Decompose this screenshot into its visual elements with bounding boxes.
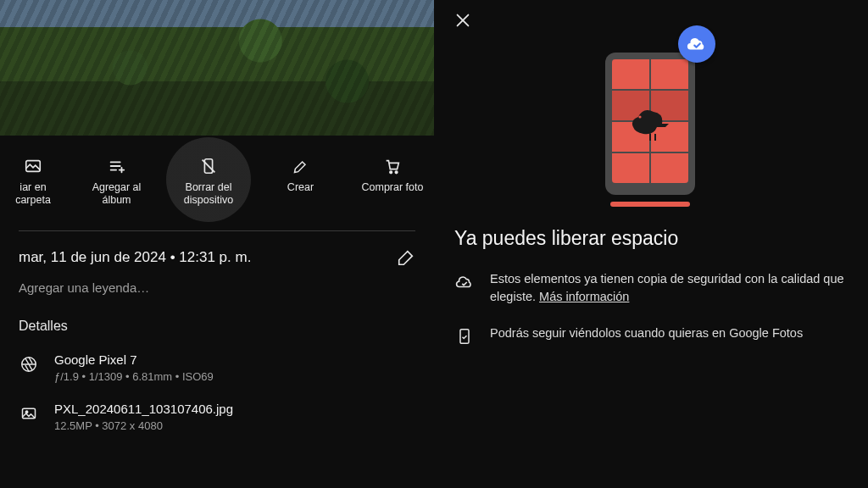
buy-photo-button[interactable]: Comprar foto xyxy=(354,142,431,194)
more-info-link[interactable]: Más información xyxy=(539,290,629,303)
copy-to-folder-button[interactable]: iar en carpeta xyxy=(3,142,63,207)
add-to-album-button[interactable]: Agregar al álbum xyxy=(79,142,155,207)
bird-icon xyxy=(626,102,674,141)
phone-remove-icon xyxy=(198,156,219,176)
action-label: Comprar foto xyxy=(362,181,424,194)
cloud-check-badge xyxy=(678,25,715,63)
action-label: Borrar del dispositivo xyxy=(170,181,247,207)
cart-icon xyxy=(382,156,403,176)
phone-illustration xyxy=(595,37,705,207)
svg-point-2 xyxy=(390,171,392,174)
action-bar: iar en carpeta Agregar al álbum xyxy=(0,136,434,230)
still-viewable-row: Podrás seguir viéndolos cuando quieras e… xyxy=(454,324,846,347)
image-file-icon xyxy=(19,403,39,424)
cloud-done-icon xyxy=(454,272,475,292)
caption-input[interactable]: Agregar una leyenda… xyxy=(19,280,415,295)
phone-check-icon xyxy=(454,326,475,347)
file-detail-row: PXL_20240611_103107406.jpg 12.5MP • 3072… xyxy=(19,402,415,432)
edit-date-button[interactable] xyxy=(397,248,415,267)
brush-icon xyxy=(291,156,311,176)
action-label: Crear xyxy=(287,181,314,194)
delete-from-device-button[interactable]: Borrar del dispositivo xyxy=(170,142,247,207)
details-heading: Detalles xyxy=(19,319,415,334)
file-name: PXL_20240611_103107406.jpg xyxy=(54,402,233,416)
free-space-sheet: Ya puedes liberar espacio Estos elemento… xyxy=(434,0,868,488)
action-label: iar en carpeta xyxy=(3,181,63,207)
aperture-icon xyxy=(19,354,39,374)
svg-point-3 xyxy=(395,171,398,174)
create-button[interactable]: Crear xyxy=(263,142,339,194)
divider xyxy=(19,230,415,231)
still-viewable-text: Podrás seguir viéndolos cuando quieras e… xyxy=(490,324,803,342)
photo-detail-panel: iar en carpeta Agregar al álbum xyxy=(0,0,434,488)
svg-point-7 xyxy=(638,115,641,118)
photo-preview[interactable] xyxy=(0,0,434,136)
photo-date: mar, 11 de jun de 2024 • 12:31 p. m. xyxy=(19,249,251,266)
action-label: Agregar al álbum xyxy=(79,181,155,207)
sheet-title: Ya puedes liberar espacio xyxy=(454,227,846,250)
device-detail-row: Google Pixel 7 ƒ/1.9 • 1/1309 • 6.81mm •… xyxy=(19,352,415,383)
svg-rect-8 xyxy=(460,330,469,344)
device-meta: ƒ/1.9 • 1/1309 • 6.81mm • ISO69 xyxy=(54,370,214,383)
playlist-add-icon xyxy=(107,156,127,176)
image-icon xyxy=(23,156,43,176)
backup-info-row: Estos elementos ya tienen copia de segur… xyxy=(454,270,846,306)
close-button[interactable] xyxy=(451,8,475,32)
file-meta: 12.5MP • 3072 x 4080 xyxy=(54,419,233,432)
device-name: Google Pixel 7 xyxy=(54,352,214,367)
